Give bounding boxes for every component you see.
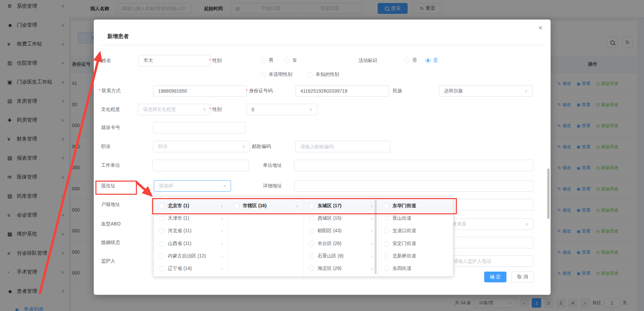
district-scrollbar[interactable] <box>375 199 377 274</box>
option-label: 河北省 (11) <box>168 228 192 234</box>
district-option[interactable]: 西城区 (15) › <box>303 212 378 224</box>
option-label: 市辖区 (16) <box>243 203 267 209</box>
district-option[interactable]: 石景山区 (9) › <box>303 250 378 262</box>
city-option[interactable]: 市辖区 (16) › <box>229 199 303 212</box>
chevron-down-icon: ∨ <box>309 107 312 112</box>
chevron-right-icon: › <box>371 203 373 209</box>
contact-input[interactable] <box>153 85 247 97</box>
chevron-right-icon: › <box>221 228 223 234</box>
detail-address-input[interactable] <box>294 180 533 192</box>
city-column: 市辖区 (16) › <box>229 197 303 276</box>
cancel-label: 取 消 <box>517 274 528 280</box>
street-option[interactable]: 景山街道 <box>378 212 453 224</box>
district-option[interactable]: 丰台区 (26) › <box>303 237 378 250</box>
current-address-label: 现住址 <box>101 183 115 189</box>
option-label: 景山街道 <box>392 215 411 221</box>
chevron-down-icon: ∨ <box>203 107 206 112</box>
visit-card-label: 就诊卡号 <box>101 125 120 131</box>
gender2-label: *性别 <box>209 106 222 113</box>
province-option[interactable]: 天津市 (1) › <box>154 212 228 224</box>
gender-male-radio[interactable]: 男 <box>261 57 273 63</box>
radio-icon <box>309 228 314 234</box>
postal-code-label: 邮政编码 <box>252 144 271 150</box>
radio-icon <box>384 228 389 234</box>
street-option[interactable]: 安定门街道 <box>378 237 453 250</box>
guardian-label: 监护人 <box>101 258 115 264</box>
education-select[interactable]: 请选择文化程度 ∨ <box>138 104 211 115</box>
idcard-input[interactable] <box>295 85 389 97</box>
radio-icon <box>159 228 165 234</box>
street-option[interactable]: 东华门街道 <box>378 199 453 212</box>
option-label: 朝阳区 (43) <box>318 228 342 234</box>
unit-address-label: 单位地址 <box>263 162 282 168</box>
radio-icon <box>309 216 314 221</box>
district-option[interactable]: 海淀区 (29) › <box>303 262 378 275</box>
province-option[interactable]: 内蒙古自治区 (12) › <box>154 250 228 262</box>
education-placeholder: 请选择文化程度 <box>143 106 176 113</box>
current-address-placeholder: 请选择 <box>159 183 173 189</box>
chevron-right-icon: › <box>221 266 223 271</box>
chevron-right-icon: › <box>221 253 223 259</box>
work-unit-input[interactable] <box>152 160 249 171</box>
name-input[interactable] <box>139 55 211 66</box>
option-label: 辽宁省 (14) <box>168 266 192 272</box>
chevron-down-icon: ∨ <box>242 144 245 149</box>
radio-icon <box>384 253 389 259</box>
ethnicity-select[interactable]: 达斡尔族 ∨ <box>439 85 533 97</box>
active-flag-label: 活动标识 <box>358 58 377 64</box>
radio-icon <box>159 241 165 246</box>
postal-code-input[interactable] <box>295 141 390 152</box>
confirm-button[interactable]: 确 定 <box>484 272 506 282</box>
street-option[interactable]: 北新桥街道 <box>378 250 453 262</box>
modal-scrollbar[interactable] <box>547 168 550 219</box>
radio-icon <box>384 216 389 221</box>
province-option[interactable]: 北京市 (1) › <box>154 199 228 212</box>
district-column: 东城区 (17) › 西城区 (15) › 朝阳区 (43) › <box>303 197 378 276</box>
chevron-up-icon: ∧ <box>223 184 226 188</box>
district-option[interactable]: 东城区 (17) › <box>303 199 378 212</box>
ethnicity-label: 民族 <box>393 88 402 94</box>
visit-card-input[interactable] <box>153 122 246 133</box>
detail-address-label: 详细地址 <box>263 183 282 189</box>
radio-icon <box>159 216 165 221</box>
gender2-select[interactable]: 0 ∨ <box>246 104 317 115</box>
gender-unknown-radio[interactable]: 未知的性别 <box>308 71 339 77</box>
street-option[interactable]: 交道口街道 <box>378 225 453 237</box>
chevron-right-icon: › <box>371 266 373 271</box>
chevron-right-icon: › <box>296 203 298 209</box>
chevron-down-icon: ∨ <box>525 89 528 93</box>
option-label: 安定门街道 <box>392 241 416 247</box>
cancel-button[interactable]: 取 消 <box>511 272 534 282</box>
app-window: ⚙ 系统管理 ∨ ☻ 门诊管理 ∨ ¥ 收费工作站 ∨ <box>0 0 644 311</box>
province-option[interactable]: 山西省 (11) › <box>154 237 228 250</box>
radio-icon <box>159 253 165 259</box>
current-address-cascader[interactable]: 请选择 ∧ <box>154 180 231 192</box>
radio-icon <box>309 241 314 246</box>
option-label: 丰台区 (26) <box>318 241 342 247</box>
gender-label: *性别 <box>209 58 222 64</box>
blood-type-label: 血型ABO <box>101 221 121 227</box>
education-label: 文化程度 <box>101 106 120 113</box>
unit-address-input[interactable] <box>294 160 533 171</box>
option-label: 北新桥街道 <box>392 253 416 259</box>
close-icon[interactable]: × <box>538 24 543 32</box>
chevron-right-icon: › <box>371 241 373 246</box>
contact-label: *联系方式 <box>98 88 120 94</box>
province-option[interactable]: 河北省 (11) › <box>154 225 228 237</box>
radio-icon <box>309 203 314 209</box>
gender-unstated-radio[interactable]: 未说明性别 <box>261 71 292 77</box>
gender-female-radio[interactable]: 女 <box>285 57 297 63</box>
modal-divider <box>100 45 545 45</box>
street-option[interactable]: 东四街道 <box>378 262 453 275</box>
province-option[interactable]: 辽宁省 (14) › <box>154 262 228 275</box>
occupation-placeholder: 职业 <box>158 144 168 150</box>
district-option[interactable]: 朝阳区 (43) › <box>303 225 378 237</box>
guardian-phone-input[interactable] <box>448 255 533 267</box>
province-column: 北京市 (1) › 天津市 (1) › 河北省 (11) › 山 <box>154 197 229 276</box>
gender2-value: 0 <box>252 107 254 112</box>
chevron-right-icon: › <box>221 216 223 221</box>
occupation-select[interactable]: 职业 ∨ <box>153 141 250 152</box>
chevron-right-icon: › <box>221 203 223 209</box>
active-no-radio[interactable]: 否 <box>404 57 417 63</box>
active-yes-radio[interactable]: 是 <box>426 57 438 63</box>
